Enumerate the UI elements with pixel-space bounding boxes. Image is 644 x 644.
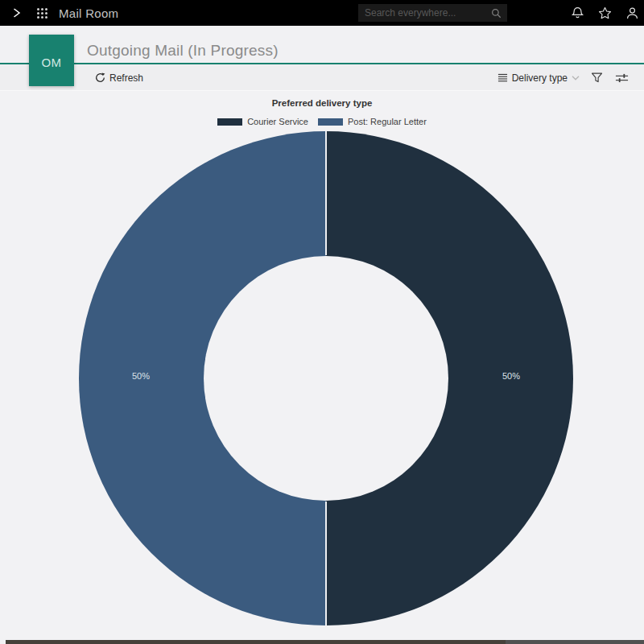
app-launcher-grid-icon[interactable] xyxy=(37,8,47,19)
slice-value-post-regular-letter: 50% xyxy=(125,371,157,381)
app-title: Mail Room xyxy=(59,6,118,20)
object-tile: OM xyxy=(29,35,74,86)
chevron-right-icon xyxy=(11,7,22,19)
sliders-icon xyxy=(615,72,629,84)
filter-button[interactable] xyxy=(588,70,605,86)
nav-expand-button[interactable] xyxy=(10,6,23,19)
chart-title: Preferred delivery type xyxy=(0,98,644,108)
refresh-button[interactable]: Refresh xyxy=(95,64,143,91)
refresh-icon xyxy=(95,72,105,83)
favorites-star-icon[interactable] xyxy=(597,6,612,20)
toolbar: Refresh Delivery type xyxy=(0,64,644,91)
search-box[interactable] xyxy=(358,4,507,22)
page-title: Outgoing Mail (In Progress) xyxy=(87,42,279,60)
funnel-icon xyxy=(591,72,603,84)
topbar: Mail Room xyxy=(0,0,644,26)
object-initials: OM xyxy=(41,56,61,69)
chart-legend: Courier Service Post: Regular Letter xyxy=(0,117,644,126)
legend-swatch-courier-service xyxy=(217,118,242,126)
donut-hole xyxy=(204,256,448,501)
slice-divider-bottom xyxy=(325,502,327,625)
accent-divider xyxy=(0,63,644,64)
search-input[interactable] xyxy=(358,7,491,19)
search-icon[interactable] xyxy=(491,8,502,19)
dimension-selector[interactable]: Delivery type xyxy=(497,72,580,84)
slice-value-courier-service: 50% xyxy=(495,371,527,381)
toolbar-right: Delivery type xyxy=(497,64,630,91)
slice-divider-top xyxy=(325,131,327,255)
dimension-label: Delivery type xyxy=(512,72,568,84)
chart-area: Preferred delivery type Courier Service … xyxy=(0,92,644,640)
chevron-down-icon xyxy=(572,76,580,80)
legend-item-post-regular-letter[interactable]: Post: Regular Letter xyxy=(318,117,427,126)
chart-settings-button[interactable] xyxy=(613,70,630,86)
footer-strip-left xyxy=(6,640,506,644)
legend-item-courier-service[interactable]: Courier Service xyxy=(217,117,308,126)
legend-label: Post: Regular Letter xyxy=(348,117,427,126)
list-icon xyxy=(497,72,508,83)
notifications-bell-icon[interactable] xyxy=(570,6,584,20)
refresh-label: Refresh xyxy=(109,72,143,84)
footer-strip-right xyxy=(506,640,644,644)
topbar-actions xyxy=(570,0,641,26)
legend-swatch-post-regular-letter xyxy=(318,118,343,126)
legend-label: Courier Service xyxy=(247,117,308,126)
user-profile-icon[interactable] xyxy=(625,6,639,20)
